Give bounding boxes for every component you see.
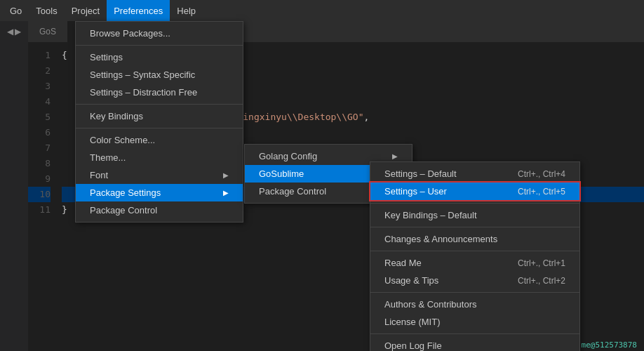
font-arrow-icon: ▶ bbox=[223, 171, 229, 179]
settings-user-item[interactable]: Settings – User Ctrl+., Ctrl+5 bbox=[370, 183, 579, 200]
menubar: Go Tools Project Preferences Help bbox=[0, 0, 644, 21]
package-settings-item[interactable]: Package Settings ▶ bbox=[76, 184, 243, 201]
browse-packages-item[interactable]: Browse Packages... bbox=[76, 25, 243, 42]
sep-gs3 bbox=[370, 251, 579, 251]
menu-project[interactable]: Project bbox=[65, 0, 107, 21]
key-bindings-item[interactable]: Key Bindings bbox=[76, 107, 243, 125]
authors-item[interactable]: Authors & Contributors bbox=[370, 296, 579, 313]
settings-default-kbd: Ctrl+., Ctrl+4 bbox=[518, 169, 565, 179]
arrow-right-icon: ▶ bbox=[15, 27, 21, 37]
usage-tips-kbd: Ctrl+., Ctrl+2 bbox=[518, 276, 565, 286]
sep3 bbox=[76, 128, 243, 128]
menu-tools[interactable]: Tools bbox=[29, 0, 64, 21]
package-control-item[interactable]: Package Control bbox=[76, 201, 243, 219]
line-numbers: 1 2 3 4 5 6 7 8 9 10 11 bbox=[28, 42, 56, 351]
key-bindings-default-item[interactable]: Key Bindings – Default bbox=[370, 206, 579, 224]
sep-gs2 bbox=[370, 227, 579, 227]
sep-gs1 bbox=[370, 203, 579, 204]
changes-announcements-item[interactable]: Changes & Announcements bbox=[370, 230, 579, 248]
sep-gs4 bbox=[370, 292, 579, 293]
sep1 bbox=[76, 45, 243, 46]
settings-user-kbd: Ctrl+., Ctrl+5 bbox=[518, 187, 565, 197]
menu-help[interactable]: Help bbox=[170, 0, 203, 21]
settings-item[interactable]: Settings bbox=[76, 48, 243, 66]
settings-default-item[interactable]: Settings – Default Ctrl+., Ctrl+4 bbox=[370, 165, 579, 183]
settings-distraction-item[interactable]: Settings – Distraction Free bbox=[76, 84, 243, 101]
font-item[interactable]: Font ▶ bbox=[76, 166, 243, 184]
package-settings-arrow-icon: ▶ bbox=[223, 189, 229, 197]
sidebar-arrows[interactable]: ◀ ▶ bbox=[7, 24, 21, 39]
color-scheme-item[interactable]: Color Scheme... bbox=[76, 131, 243, 149]
sidebar: ◀ ▶ bbox=[0, 21, 28, 351]
theme-item[interactable]: Theme... bbox=[76, 149, 243, 166]
readme-kbd: Ctrl+., Ctrl+1 bbox=[518, 258, 565, 268]
license-item[interactable]: License (MIT) bbox=[370, 313, 579, 331]
arrow-left-icon: ◀ bbox=[7, 27, 13, 37]
gosublime-dropdown: Settings – Default Ctrl+., Ctrl+4 Settin… bbox=[370, 161, 580, 351]
settings-syntax-item[interactable]: Settings – Syntax Specific bbox=[76, 66, 243, 84]
sep-gs5 bbox=[370, 333, 579, 334]
menu-go[interactable]: Go bbox=[3, 0, 29, 21]
readme-item[interactable]: Read Me Ctrl+., Ctrl+1 bbox=[370, 254, 579, 272]
tab-go-label: GoS bbox=[39, 27, 56, 37]
usage-tips-item[interactable]: Usage & Tips Ctrl+., Ctrl+2 bbox=[370, 272, 579, 289]
preferences-dropdown: Browse Packages... Settings Settings – S… bbox=[75, 21, 243, 223]
open-log-item[interactable]: Open Log File bbox=[370, 337, 579, 351]
sep2 bbox=[76, 104, 243, 105]
tab-go[interactable]: GoS bbox=[28, 21, 68, 42]
menu-preferences[interactable]: Preferences bbox=[107, 0, 170, 21]
golang-arrow-icon: ▶ bbox=[392, 152, 398, 160]
